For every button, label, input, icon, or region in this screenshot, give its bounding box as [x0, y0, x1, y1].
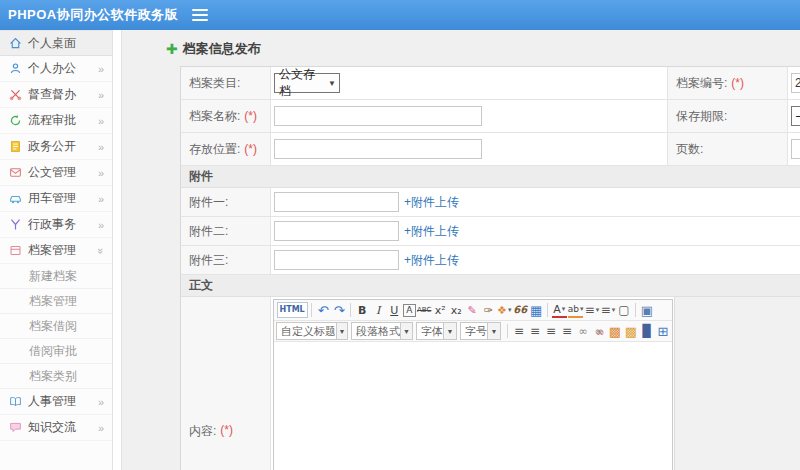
align-justify-icon[interactable]: ≡ — [560, 323, 575, 339]
ordered-list-icon[interactable]: ≡▾ — [584, 302, 599, 318]
align-right-icon[interactable]: ≡ — [544, 323, 559, 339]
redo-icon[interactable]: ↷ — [332, 302, 347, 318]
hamburger-menu-icon[interactable] — [192, 9, 208, 21]
link-icon[interactable]: ∞ — [576, 323, 591, 339]
bold-icon[interactable]: B — [355, 302, 370, 318]
custom-heading-value: 自定义标题 — [281, 324, 336, 339]
sidebar-item-personal-office[interactable]: 个人办公 » — [0, 56, 112, 82]
chevron-right-icon: » — [98, 422, 104, 434]
sidebar-subitem-borrow-approval[interactable]: 借阅审批 — [0, 339, 112, 364]
page-title-text: 档案信息发布 — [183, 40, 261, 58]
blockquote-icon[interactable]: 66 — [513, 302, 528, 318]
sidebar-item-label: 个人办公 — [28, 60, 76, 77]
toolbar-separator — [311, 303, 312, 317]
scissors-icon — [9, 88, 22, 101]
format-brush-icon[interactable]: ✑ — [481, 302, 496, 318]
period-select[interactable]: — ▼ — [791, 106, 800, 126]
strikethrough-icon[interactable]: ABC — [417, 302, 432, 318]
page-count-input[interactable] — [791, 139, 800, 159]
sidebar-item-supervision[interactable]: 督查督办 » — [0, 82, 112, 108]
sidebar-item-label: 流程审批 — [28, 112, 76, 129]
attachment3-label: 附件三: — [181, 246, 271, 274]
subscript-icon[interactable]: x₂ — [449, 302, 464, 318]
sidebar-subitem-archive-category[interactable]: 档案类别 — [0, 364, 112, 389]
sidebar-item-gov-disclosure[interactable]: 政务公开 » — [0, 134, 112, 160]
underline-icon[interactable]: U — [387, 302, 402, 318]
font-size-select[interactable]: 字号▼ — [460, 322, 501, 340]
attachment3-input[interactable] — [274, 250, 399, 270]
autotypeset-icon[interactable]: A — [403, 304, 416, 317]
select-arrow-icon: ▼ — [336, 323, 347, 339]
attachment1-input[interactable] — [274, 192, 399, 212]
italic-icon[interactable]: I — [371, 302, 386, 318]
sidebar-item-knowledge-exchange[interactable]: 知识交流 » — [0, 415, 112, 441]
subitem-label: 档案类别 — [29, 368, 77, 385]
insert-date-icon[interactable]: ▦ — [529, 302, 544, 318]
sidebar-subitem-archive-borrow[interactable]: 档案借阅 — [0, 314, 112, 339]
editor-cell: HTML↶↷BIUAABCx²x₂✎✑❖▾66▦A▾ab▾≡▾≡▾▢▣ 自定义标… — [271, 297, 675, 470]
chevron-right-icon: » — [98, 89, 104, 101]
sidebar-item-hr-mgmt[interactable]: 人事管理 » — [0, 389, 112, 415]
pages-label: 页数: — [668, 133, 788, 165]
new-document-icon[interactable]: ▢ — [616, 302, 631, 318]
font-color-icon[interactable]: A▾ — [552, 302, 567, 318]
select-arrow-icon: ▼ — [487, 323, 500, 339]
align-left-icon[interactable]: ≡ — [512, 323, 527, 339]
attachment1-upload-link[interactable]: +附件上传 — [404, 194, 459, 211]
subitem-label: 档案借阅 — [29, 318, 77, 335]
source-button[interactable]: HTML — [277, 302, 308, 318]
unlink-icon[interactable]: ∞ — [592, 323, 607, 339]
sidebar-subitem-archive-manage[interactable]: 档案管理 — [0, 289, 112, 314]
folder-icon — [9, 244, 22, 257]
attachment2-input[interactable] — [274, 221, 399, 241]
number-label: 档案编号:(*) — [668, 67, 788, 99]
archive-form: 档案类目: 公文存档 ▼ 档案编号:(*) — [180, 66, 800, 470]
attachment2-upload-link[interactable]: +附件上传 — [404, 223, 459, 240]
paragraph-format-select[interactable]: 段落格式▼ — [351, 322, 413, 340]
chevron-right-icon: » — [98, 193, 104, 205]
sidebar-item-archive-mgmt[interactable]: 档案管理 » — [0, 238, 112, 264]
sidebar-scrollbar[interactable] — [112, 30, 122, 470]
chat-icon — [9, 421, 22, 434]
period-selected-value: — — [796, 109, 800, 123]
category-selected-value: 公文存档 — [279, 66, 323, 100]
select-arrow-icon: ▼ — [328, 79, 336, 88]
sidebar-item-admin-affairs[interactable]: 行政事务 » — [0, 212, 112, 238]
chevron-right-icon: » — [98, 219, 104, 231]
chevron-right-icon: » — [98, 63, 104, 75]
align-center-icon[interactable]: ≡ — [528, 323, 543, 339]
category-select[interactable]: 公文存档 ▼ — [274, 73, 340, 93]
storage-location-input[interactable] — [274, 139, 482, 159]
font-family-select[interactable]: 字体▼ — [416, 322, 457, 340]
image-icon[interactable]: ▩ — [608, 323, 623, 339]
attachment3-upload-link[interactable]: +附件上传 — [404, 252, 459, 269]
paragraph-format-value: 段落格式 — [356, 324, 400, 339]
preview-icon[interactable]: ▣ — [639, 302, 654, 318]
chevron-down-icon: » — [95, 247, 107, 253]
sidebar-item-official-docs[interactable]: 公文管理 » — [0, 160, 112, 186]
highlight-color-icon[interactable]: ab▾ — [568, 302, 584, 318]
media-icon[interactable]: ▉ — [640, 323, 655, 339]
custom-heading-select[interactable]: 自定义标题▼ — [276, 322, 348, 340]
superscript-icon[interactable]: x² — [433, 302, 448, 318]
insert-image-icon[interactable]: ▩ — [624, 323, 639, 339]
archive-name-input[interactable] — [274, 106, 482, 126]
unordered-list-icon[interactable]: ≡▾ — [600, 302, 615, 318]
sidebar-item-label: 督查督办 — [28, 86, 76, 103]
funnel-icon — [9, 218, 22, 231]
sidebar-subitem-new-archive[interactable]: 新建档案 — [0, 264, 112, 289]
sidebar-item-vehicle-mgmt[interactable]: 用车管理 » — [0, 186, 112, 212]
sidebar-item-personal-desktop[interactable]: 个人桌面 — [0, 30, 112, 56]
sidebar-item-workflow-approval[interactable]: 流程审批 » — [0, 108, 112, 134]
form-filler-cell — [675, 297, 800, 470]
sidebar: 个人桌面 个人办公 » 督查督办 » 流程审批 » 政务公开 » — [0, 30, 112, 470]
archive-number-input[interactable] — [791, 73, 800, 93]
editor-content-area[interactable] — [274, 342, 672, 470]
chevron-right-icon: » — [98, 115, 104, 127]
app-window: PHPOA协同办公软件政务版 个人桌面 个人办公 » 督查督办 » 流程审批 — [0, 0, 800, 470]
eraser-icon[interactable]: ✎ — [465, 302, 480, 318]
table-icon[interactable]: ⊞ — [656, 323, 671, 339]
undo-icon[interactable]: ↶ — [316, 302, 331, 318]
palette-icon[interactable]: ❖▾ — [497, 302, 512, 318]
name-label: 档案名称:(*) — [181, 100, 271, 132]
